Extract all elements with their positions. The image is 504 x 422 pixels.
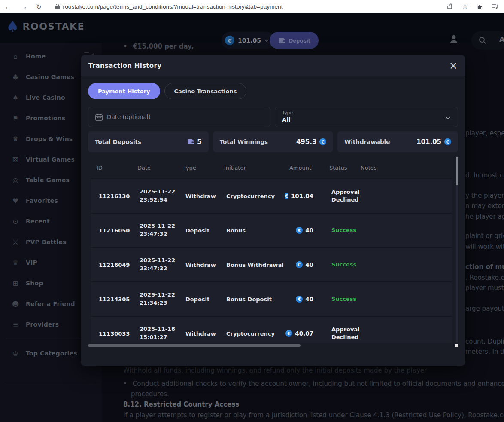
bookmark-star-icon[interactable]: ☆ — [458, 3, 472, 10]
extensions-icon[interactable] — [473, 3, 487, 10]
euro-coin-icon: € — [296, 261, 303, 268]
column-header-id: ID — [97, 165, 137, 171]
total-total-deposits: Total Deposits 5 — [88, 131, 209, 152]
browser-toolbar: ← → ↻ roostake.com/page/terms_and_condit… — [0, 0, 504, 13]
column-header-status: Status — [315, 165, 355, 171]
ssl-lock-icon — [55, 4, 60, 9]
table-header-row: IDDateTypeInitiatorAmountStatusNotes — [88, 157, 458, 178]
tab-casino-transactions[interactable]: Casino Transactions — [164, 83, 247, 99]
column-header-date: Date — [137, 165, 183, 171]
table-row: 11216130 2025-11-2223:52:54 Withdraw Cry… — [91, 178, 452, 213]
column-header-initiator: Initiator — [224, 165, 282, 171]
table-row: 11216049 2025-11-2223:47:32 Withdraw Bon… — [91, 247, 452, 281]
euro-coin-icon: € — [285, 193, 288, 199]
date-placeholder: Date (optional) — [107, 113, 151, 120]
euro-coin-icon: € — [444, 138, 451, 145]
vertical-scrollbar[interactable] — [456, 157, 458, 343]
modal-title: Transaction History — [88, 62, 161, 70]
euro-coin-icon: € — [285, 330, 292, 337]
modal-header: Transaction History × — [81, 55, 465, 76]
close-icon[interactable]: × — [449, 61, 458, 71]
tab-payment-history[interactable]: Payment History — [88, 83, 160, 99]
tabs: Payment HistoryCasino Transactions — [88, 83, 458, 99]
euro-coin-icon: € — [296, 296, 303, 303]
euro-coin-icon: € — [319, 138, 326, 145]
share-icon[interactable] — [443, 3, 457, 10]
table-row: 11216050 2025-11-2223:47:32 Deposit Bonu… — [91, 213, 452, 247]
date-filter-input[interactable]: Date (optional) — [88, 107, 270, 127]
type-label: Type — [282, 110, 458, 116]
type-selected-value: All — [282, 116, 458, 123]
euro-coin-icon: € — [296, 227, 303, 234]
back-icon[interactable]: ← — [0, 3, 16, 10]
total-total-winnings: Total Winnings 495.3 € — [213, 131, 334, 152]
address-bar[interactable]: roostake.com/page/terms_and_conditions/?… — [63, 3, 283, 10]
table-row: 11130033 2025-11-1815:01:27 Withdraw Cry… — [91, 316, 452, 343]
media-controls-icon[interactable] — [488, 3, 502, 9]
totals-summary: Total Deposits 5 Total Winnings 495.3 € … — [88, 131, 458, 152]
transaction-history-modal: Transaction History × Payment HistoryCas… — [81, 55, 465, 366]
column-header-notes: Notes — [355, 165, 458, 171]
total-withdrawable: Withdrawable 101.05 € — [337, 131, 458, 152]
chevron-down-icon — [445, 115, 451, 121]
wallet-icon — [187, 139, 194, 145]
horizontal-scrollbar[interactable] — [88, 344, 458, 347]
type-filter-select[interactable]: Type All — [275, 107, 458, 127]
forward-icon[interactable]: → — [16, 3, 32, 10]
calendar-icon — [95, 113, 103, 121]
column-header-type: Type — [183, 165, 224, 171]
transactions-table: IDDateTypeInitiatorAmountStatusNotes 112… — [88, 157, 458, 343]
table-row: 11214305 2025-11-2221:34:23 Deposit Bonu… — [91, 281, 452, 316]
column-header-amount: Amount — [282, 165, 315, 171]
reload-icon[interactable]: ↻ — [32, 3, 46, 10]
